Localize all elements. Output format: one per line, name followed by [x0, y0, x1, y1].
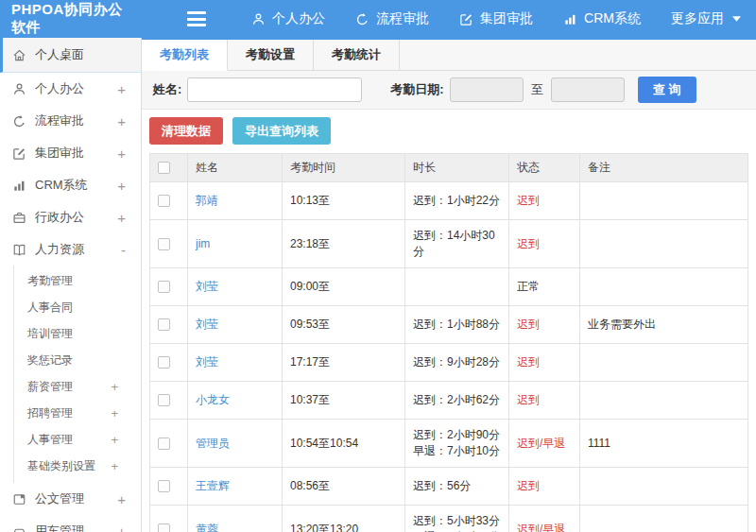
- tab-bar: 考勤列表 考勤设置 考勤统计: [142, 40, 756, 71]
- employee-name-link[interactable]: 王壹辉: [196, 479, 230, 492]
- column-header: 状态: [509, 154, 580, 182]
- action-bar: 清理数据 导出查询列表: [142, 110, 756, 153]
- row-checkbox[interactable]: [158, 394, 170, 406]
- workflow-icon: [12, 114, 26, 129]
- briefcase-icon: [12, 211, 26, 225]
- topnav-item[interactable]: 更多应用: [656, 0, 756, 38]
- hamburger-icon[interactable]: [187, 11, 206, 26]
- home-icon: [12, 48, 26, 62]
- sidebar-item-label: 流程审批: [35, 112, 84, 129]
- table-row: 小龙女10:37至迟到：2小时62分迟到: [150, 382, 748, 420]
- status-cell: 迟到: [509, 220, 580, 268]
- sidebar-item[interactable]: 流程审批+: [0, 105, 141, 137]
- note-cell: [580, 506, 748, 532]
- row-checkbox[interactable]: [158, 318, 170, 331]
- export-list-button[interactable]: 导出查询列表: [232, 117, 331, 145]
- status-cell: 迟到: [509, 344, 580, 382]
- table-row: 王壹辉08:56至迟到：56分迟到: [150, 468, 748, 506]
- row-checkbox[interactable]: [158, 480, 170, 492]
- sidebar-subitem-label: 人事合同: [27, 300, 73, 316]
- employee-name-link[interactable]: 刘莹: [196, 280, 218, 293]
- sidebar-subitem[interactable]: 考勤管理: [14, 267, 141, 294]
- column-header: 时长: [405, 154, 509, 182]
- duration-cell: 迟到：2小时90分 早退：7小时10分: [405, 420, 509, 468]
- topnav-item[interactable]: 流程审批: [340, 0, 444, 38]
- tab-attendance-list[interactable]: 考勤列表: [142, 40, 228, 71]
- expand-toggle[interactable]: +: [117, 178, 126, 194]
- row-checkbox[interactable]: [158, 356, 170, 369]
- expand-toggle[interactable]: +: [111, 433, 118, 447]
- expand-toggle[interactable]: +: [117, 81, 126, 97]
- topbar: PHPOA协同办公软件 个人办公流程审批集团审批CRM系统更多应用: [0, 0, 756, 38]
- expand-toggle[interactable]: +: [111, 459, 118, 473]
- sidebar-item-label: 公文管理: [35, 490, 84, 507]
- app-logo: PHPOA协同办公软件: [0, 1, 132, 37]
- employee-name-link[interactable]: jim: [196, 237, 210, 250]
- row-checkbox[interactable]: [158, 195, 170, 207]
- sidebar-subitem[interactable]: 人事合同: [14, 294, 141, 320]
- sidebar-subitem[interactable]: 招聘管理+: [14, 400, 141, 426]
- expand-toggle[interactable]: +: [117, 491, 126, 507]
- name-input[interactable]: [187, 77, 362, 102]
- sidebar-item[interactable]: 用车管理+: [0, 515, 141, 532]
- date-from-input[interactable]: [450, 77, 524, 102]
- expand-toggle[interactable]: +: [111, 380, 118, 394]
- topnav-item[interactable]: CRM系统: [548, 0, 656, 38]
- sidebar-subitem-label: 培训管理: [27, 326, 73, 342]
- sidebar-submenu: 考勤管理人事合同培训管理奖惩记录薪资管理+招聘管理+人事管理+基础类别设置+: [13, 266, 141, 483]
- car-icon: [12, 524, 26, 532]
- sidebar-item-label: CRM系统: [35, 177, 88, 194]
- status-cell: 迟到: [509, 382, 580, 420]
- row-checkbox[interactable]: [158, 523, 170, 532]
- expand-toggle[interactable]: +: [117, 146, 126, 162]
- select-all-checkbox[interactable]: [158, 162, 170, 174]
- query-button[interactable]: 查 询: [638, 77, 696, 103]
- duration-cell: 迟到：14小时30分: [405, 220, 509, 268]
- expand-toggle[interactable]: +: [117, 113, 126, 129]
- sidebar-item[interactable]: 公文管理+: [0, 483, 141, 515]
- attendance-table: 姓名考勤时间时长状态备注 郭靖10:13至迟到：1小时22分迟到jim23:18…: [149, 153, 748, 532]
- sidebar-item-label: 个人办公: [35, 80, 84, 97]
- table-body: 郭靖10:13至迟到：1小时22分迟到jim23:18至迟到：14小时30分迟到…: [150, 182, 748, 532]
- employee-name-link[interactable]: 刘莹: [196, 355, 218, 369]
- row-checkbox[interactable]: [158, 438, 170, 450]
- expand-toggle[interactable]: +: [117, 523, 126, 532]
- expand-toggle[interactable]: +: [117, 210, 126, 226]
- sidebar-subitem-label: 招聘管理: [27, 405, 73, 421]
- expand-toggle[interactable]: +: [111, 406, 118, 420]
- sidebar-item[interactable]: 个人办公+: [0, 73, 141, 105]
- topnav-item[interactable]: 集团审批: [444, 0, 548, 38]
- sidebar-subitem[interactable]: 人事管理+: [14, 426, 141, 453]
- topnav-item-label: CRM系统: [584, 10, 641, 27]
- duration-cell: [405, 268, 509, 306]
- edit-icon: [459, 12, 473, 26]
- tab-attendance-settings[interactable]: 考勤设置: [228, 40, 314, 70]
- duration-cell: 迟到：1小时22分: [405, 182, 509, 220]
- note-cell: 1111: [580, 420, 748, 468]
- date-to-input[interactable]: [551, 77, 625, 102]
- topnav-item[interactable]: 个人办公: [236, 0, 340, 38]
- employee-name-link[interactable]: 郭靖: [196, 194, 218, 207]
- row-checkbox[interactable]: [158, 238, 170, 250]
- sidebar-item[interactable]: 个人桌面: [0, 38, 141, 73]
- employee-name-link[interactable]: 管理员: [196, 437, 230, 450]
- table-row: 管理员10:54至10:54迟到：2小时90分 早退：7小时10分迟到/早退11…: [150, 420, 748, 468]
- sidebar-subitem[interactable]: 薪资管理+: [14, 373, 141, 400]
- table-row: jim23:18至迟到：14小时30分迟到: [150, 220, 748, 268]
- column-header: 姓名: [188, 154, 283, 182]
- expand-toggle[interactable]: -: [121, 242, 126, 258]
- employee-name-link[interactable]: 小龙女: [196, 393, 230, 406]
- employee-name-link[interactable]: 黄蓉: [196, 523, 218, 532]
- sidebar-subitem[interactable]: 奖惩记录: [14, 347, 141, 373]
- duration-cell: 迟到：1小时88分: [405, 306, 509, 344]
- tab-attendance-stats[interactable]: 考勤统计: [314, 40, 400, 70]
- clean-data-button[interactable]: 清理数据: [149, 117, 223, 145]
- sidebar-item[interactable]: CRM系统+: [0, 169, 141, 201]
- sidebar-item[interactable]: 人力资源-: [0, 233, 141, 266]
- sidebar-item[interactable]: 行政办公+: [0, 201, 141, 233]
- row-checkbox[interactable]: [158, 281, 170, 293]
- sidebar-subitem[interactable]: 培训管理: [14, 320, 141, 347]
- sidebar-item[interactable]: 集团审批+: [0, 137, 141, 169]
- employee-name-link[interactable]: 刘莹: [196, 317, 218, 331]
- sidebar-subitem[interactable]: 基础类别设置+: [14, 453, 141, 479]
